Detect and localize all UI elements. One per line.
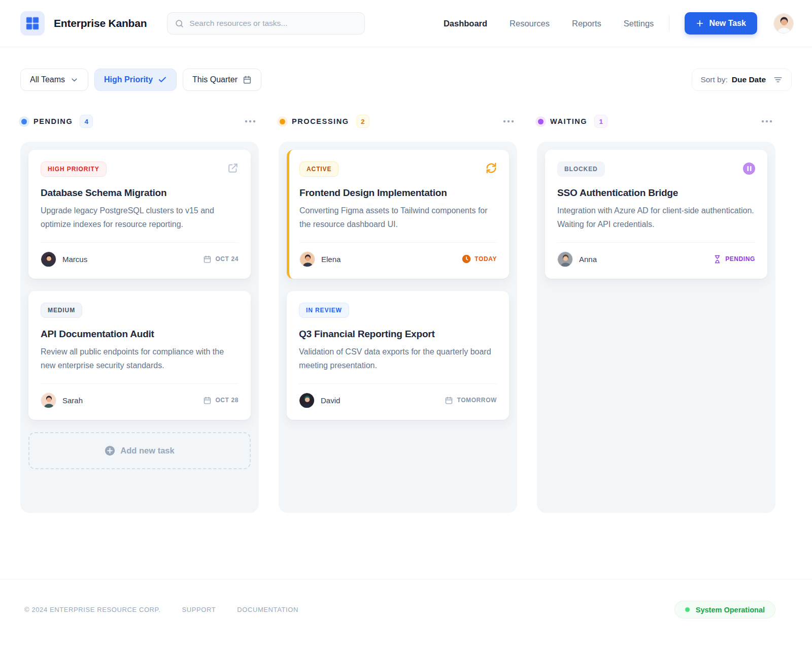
processing-status-dot <box>280 119 285 124</box>
column-pending-body: HIGH PRIORITY Database Schema Migration … <box>20 142 259 513</box>
team-filter-label: All Teams <box>30 75 65 84</box>
sort-label: Sort by: <box>700 75 727 84</box>
due-date: TODAY <box>462 254 497 264</box>
filter-bar: All Teams High Priority This Quarter Sor… <box>20 69 792 91</box>
search-bar[interactable] <box>167 12 365 35</box>
assignee-name: Anna <box>579 255 597 264</box>
column-waiting-body: BLOCKED SSO Authentication Bridge Integr… <box>537 142 775 513</box>
hourglass-icon <box>713 255 722 264</box>
task-title: Database Schema Migration <box>41 187 239 199</box>
plus-circle-icon <box>105 445 115 456</box>
page-title: Enterprise Kanban <box>54 17 147 29</box>
assignee-name: Sarah <box>62 396 83 405</box>
column-waiting-title: WAITING <box>550 117 587 125</box>
nav-item-reports[interactable]: Reports <box>572 19 601 28</box>
calendar-icon <box>445 396 453 405</box>
due-date-label: OCT 24 <box>215 255 239 263</box>
assignee-avatar <box>299 393 315 408</box>
task-card-sso-authentication-bridge[interactable]: BLOCKED SSO Authentication Bridge Integr… <box>545 150 767 279</box>
main-nav: Dashboard Resources Reports Settings <box>444 19 654 28</box>
sync-icon <box>486 162 497 174</box>
waiting-status-dot <box>538 119 544 124</box>
task-description: Review all public endpoints for complian… <box>41 345 239 373</box>
sort-control[interactable]: Sort by: Due Date <box>692 69 792 91</box>
new-task-label: New Task <box>709 19 746 28</box>
column-processing: PROCESSING 2 ACTIVE Frontend Desig <box>279 114 517 513</box>
column-processing-menu-button[interactable] <box>501 118 516 125</box>
card-divider <box>299 242 497 243</box>
status-badge: BLOCKED <box>557 161 605 177</box>
assignee-avatar <box>41 393 56 408</box>
add-new-task-button[interactable]: Add new task <box>28 432 251 469</box>
sort-lines-icon <box>773 75 783 85</box>
column-processing-count: 2 <box>356 115 369 128</box>
card-divider <box>41 242 239 243</box>
task-description: Upgrade legacy PostgreSQL clusters to v1… <box>41 204 239 232</box>
column-pending: PENDING 4 HIGH PRIORITY Database S <box>20 114 259 513</box>
column-waiting-menu-button[interactable] <box>759 118 774 125</box>
nav-item-settings[interactable]: Settings <box>624 19 654 28</box>
user-avatar[interactable] <box>773 13 794 34</box>
card-divider <box>557 242 755 243</box>
calendar-icon <box>243 75 252 84</box>
quarter-filter[interactable]: This Quarter <box>183 69 261 91</box>
task-title: API Documentation Audit <box>41 329 239 340</box>
search-input[interactable] <box>189 19 357 28</box>
user-avatar-image <box>774 14 794 34</box>
pending-status-dot <box>21 119 27 124</box>
ellipsis-icon <box>503 120 514 123</box>
task-card-database-schema-migration[interactable]: HIGH PRIORITY Database Schema Migration … <box>28 150 251 279</box>
task-card-q3-financial-reporting-export[interactable]: IN REVIEW Q3 Financial Reporting Export … <box>287 291 509 420</box>
sync-button[interactable] <box>486 162 497 174</box>
due-date-label: TODAY <box>475 255 497 263</box>
chevron-down-icon <box>70 76 79 84</box>
assignee-name: David <box>321 396 340 405</box>
assignee-avatar <box>41 251 56 267</box>
ellipsis-icon <box>761 120 772 123</box>
priority-badge: HIGH PRIORITY <box>41 161 107 177</box>
due-date-label: OCT 28 <box>215 397 239 404</box>
task-title: Q3 Financial Reporting Export <box>299 329 497 340</box>
column-processing-header: PROCESSING 2 <box>279 114 517 128</box>
task-title: Frontend Design Implementation <box>299 187 497 199</box>
task-card-api-documentation-audit[interactable]: MEDIUM API Documentation Audit Review al… <box>28 291 251 420</box>
new-task-button[interactable]: New Task <box>685 12 757 35</box>
status-text: System Operational <box>696 606 765 614</box>
grid-logo-icon <box>26 17 39 30</box>
support-link[interactable]: SUPPORT <box>182 606 216 613</box>
column-pending-title: PENDING <box>33 117 73 125</box>
page-footer: © 2024 ENTERPRISE RESOURCE CORP. SUPPORT… <box>0 579 812 619</box>
assignee-name: Elena <box>321 255 341 264</box>
priority-badge: MEDIUM <box>41 303 82 318</box>
column-pending-count: 4 <box>80 115 93 128</box>
column-pending-menu-button[interactable] <box>243 118 258 125</box>
task-title: SSO Authentication Bridge <box>557 187 755 199</box>
team-filter[interactable]: All Teams <box>20 69 88 91</box>
column-pending-header: PENDING 4 <box>20 114 259 128</box>
header-divider <box>669 16 669 31</box>
status-dot <box>685 607 690 612</box>
nav-item-dashboard[interactable]: Dashboard <box>444 19 487 28</box>
due-status-label: PENDING <box>725 255 755 263</box>
nav-item-resources[interactable]: Resources <box>510 19 550 28</box>
calendar-icon <box>203 396 212 405</box>
priority-filter[interactable]: High Priority <box>94 69 177 91</box>
app-logo <box>20 11 45 36</box>
calendar-icon <box>203 255 212 264</box>
documentation-link[interactable]: DOCUMENTATION <box>237 606 298 613</box>
add-new-task-label: Add new task <box>120 446 174 456</box>
due-date-label: TOMORROW <box>457 397 497 404</box>
external-link-icon <box>227 162 239 174</box>
clock-icon <box>462 254 471 264</box>
card-divider <box>299 383 497 384</box>
column-waiting: WAITING 1 BLOCKED SSO Authenticati <box>537 114 775 513</box>
task-card-frontend-design-implementation[interactable]: ACTIVE Frontend Design Implementation Co… <box>287 150 509 279</box>
column-waiting-header: WAITING 1 <box>537 114 775 128</box>
open-task-button[interactable] <box>227 162 239 174</box>
sort-value: Due Date <box>732 75 766 84</box>
pause-button[interactable] <box>743 162 755 175</box>
column-processing-body: ACTIVE Frontend Design Implementation Co… <box>279 142 517 513</box>
priority-filter-label: High Priority <box>104 75 153 84</box>
system-status-badge: System Operational <box>674 601 775 619</box>
column-processing-title: PROCESSING <box>292 117 349 125</box>
